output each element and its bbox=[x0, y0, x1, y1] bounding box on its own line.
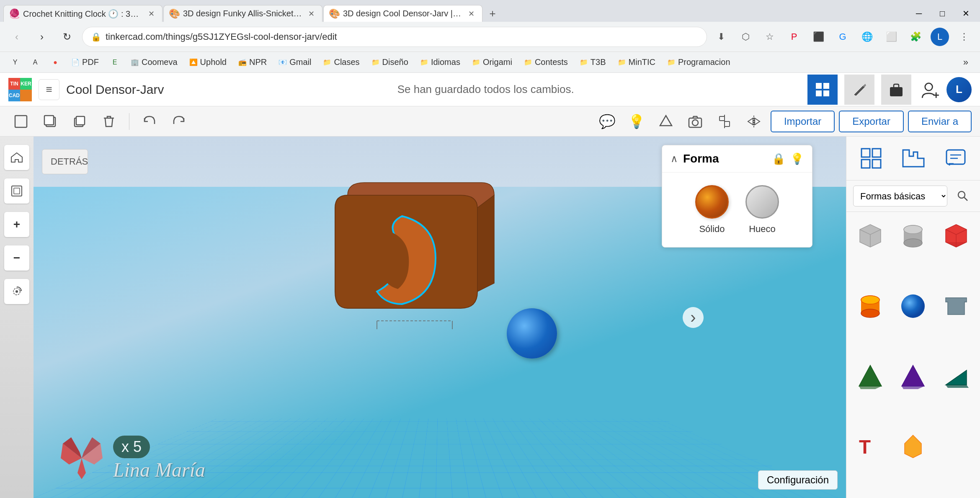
align-icon bbox=[717, 114, 732, 129]
profile-circle-icon[interactable]: L bbox=[931, 28, 949, 46]
bookmark-t3b[interactable]: 📁T3B bbox=[575, 55, 611, 70]
canvas-area[interactable]: DETRÁS bbox=[34, 137, 846, 498]
bookmark-idiomas[interactable]: 📁Idiomas bbox=[415, 55, 465, 70]
rotate-view-button[interactable] bbox=[4, 279, 29, 304]
tab-2[interactable]: 🎨 3D design Funky Allis-Snicket | Ti... … bbox=[163, 5, 322, 22]
duplicate-button[interactable] bbox=[67, 109, 92, 134]
bookmark-gmail[interactable]: 📧Gmail bbox=[273, 55, 316, 70]
gallery-view-button[interactable] bbox=[807, 75, 838, 105]
camera-button[interactable] bbox=[683, 109, 708, 134]
shape-green-pyramid[interactable] bbox=[851, 358, 889, 395]
home-view-button[interactable] bbox=[4, 145, 29, 170]
canvas-expand-button[interactable]: › bbox=[683, 307, 704, 328]
zoom-in-button[interactable]: + bbox=[4, 212, 29, 237]
shape-gray-cylinder[interactable] bbox=[894, 217, 932, 255]
url-bar[interactable]: 🔒 tinkercad.com/things/g5SJ1ZYEGsl-cool-… bbox=[82, 27, 707, 47]
bookmark-npr[interactable]: 📻NPR bbox=[233, 55, 272, 70]
undo-button[interactable] bbox=[137, 109, 162, 134]
ext2-icon[interactable]: G bbox=[833, 28, 852, 46]
bookmark-clases[interactable]: 📁Clases bbox=[318, 55, 364, 70]
new-design-button[interactable] bbox=[8, 109, 34, 134]
bookmark-contests[interactable]: 📁Contests bbox=[519, 55, 573, 70]
delete-button[interactable] bbox=[96, 109, 121, 134]
bookmark-origami[interactable]: 📁Origami bbox=[467, 55, 517, 70]
tab-1-close[interactable]: ✕ bbox=[146, 9, 156, 19]
forma-lock-button[interactable]: 🔒 bbox=[772, 152, 785, 165]
ruler-view-button[interactable] bbox=[898, 143, 928, 173]
download-icon[interactable]: ⬇ bbox=[712, 28, 730, 46]
puzzle-icon[interactable]: 🧩 bbox=[906, 28, 925, 46]
shape-blue-sphere-item[interactable] bbox=[894, 287, 932, 325]
hamburger-menu[interactable]: ≡ bbox=[39, 79, 59, 100]
shape-outline-button[interactable] bbox=[653, 109, 678, 134]
redo-button[interactable] bbox=[166, 109, 191, 134]
shape-red-text[interactable]: T bbox=[851, 428, 889, 465]
bookmark-uphold[interactable]: 🔼Uphold bbox=[184, 55, 232, 70]
comment-view-button[interactable] bbox=[941, 143, 971, 173]
refresh-button[interactable]: ↻ bbox=[57, 27, 77, 47]
star-icon[interactable]: ☆ bbox=[761, 28, 779, 46]
align-button[interactable] bbox=[712, 109, 737, 134]
pinterest-icon[interactable]: P bbox=[785, 28, 803, 46]
zoom-out-button[interactable]: − bbox=[4, 245, 29, 271]
tinkercad-logo[interactable]: TIN KER CAD bbox=[8, 78, 32, 101]
fit-view-button[interactable] bbox=[4, 178, 29, 204]
mirror-button[interactable] bbox=[741, 109, 766, 134]
maximize-button[interactable]: □ bbox=[931, 5, 953, 22]
bookmark-pdf[interactable]: 📄PDF bbox=[66, 55, 104, 70]
forward-button[interactable]: › bbox=[32, 27, 52, 47]
bookmark-a[interactable]: A bbox=[26, 56, 44, 69]
bookmark-e[interactable]: E bbox=[106, 56, 124, 69]
tab-2-close[interactable]: ✕ bbox=[306, 9, 316, 19]
import-button[interactable]: Importar bbox=[771, 111, 835, 132]
bookmarks-more[interactable]: » bbox=[957, 54, 974, 70]
shape-orange-cylinder[interactable] bbox=[851, 287, 889, 325]
cast-icon[interactable]: ⬡ bbox=[736, 28, 755, 46]
bookmark-y[interactable]: Y bbox=[6, 56, 24, 69]
send-to-button[interactable]: Enviar a bbox=[908, 111, 972, 132]
new-tab-button[interactable]: + bbox=[483, 5, 502, 22]
light-button[interactable]: 💡 bbox=[624, 109, 649, 134]
shape-gray-box[interactable] bbox=[851, 217, 889, 255]
bookmark-mintic[interactable]: 📁MinTIC bbox=[613, 55, 660, 70]
menu-icon[interactable]: ⋮ bbox=[955, 28, 973, 46]
minimize-button[interactable]: ─ bbox=[908, 5, 930, 22]
bookmark-a-icon: A bbox=[31, 58, 39, 67]
pickaxe-button[interactable] bbox=[844, 75, 874, 105]
forma-light-button[interactable]: 💡 bbox=[790, 152, 804, 165]
comment-button[interactable]: 💬 bbox=[595, 109, 620, 134]
tab-3[interactable]: 🎨 3D design Cool Densor-Jarv | Tin... ✕ bbox=[323, 5, 482, 22]
ext1-icon[interactable]: ⬛ bbox=[809, 28, 828, 46]
shape-purple-pyramid[interactable] bbox=[894, 358, 932, 395]
briefcase-button[interactable] bbox=[881, 75, 911, 105]
configuracion-button[interactable]: Configuración bbox=[758, 470, 838, 490]
solid-option[interactable]: Sólido bbox=[695, 185, 729, 235]
design-title[interactable]: Cool Densor-Jarv bbox=[66, 83, 164, 97]
user-avatar[interactable]: L bbox=[946, 77, 972, 102]
add-user-button[interactable] bbox=[918, 77, 943, 102]
shapes-category-select[interactable]: Formas básicas bbox=[853, 186, 947, 206]
search-button[interactable] bbox=[952, 186, 973, 206]
shape-text-item[interactable] bbox=[937, 287, 975, 325]
tab-3-close[interactable]: ✕ bbox=[466, 9, 476, 19]
copy-button[interactable] bbox=[38, 109, 63, 134]
grid-view-button[interactable] bbox=[856, 143, 886, 173]
close-button[interactable]: ✕ bbox=[955, 5, 977, 22]
bookmark-diseno[interactable]: 📁Diseño bbox=[366, 55, 413, 70]
bookmark-programacion[interactable]: 📁Programacion bbox=[662, 55, 735, 70]
shape-red-cube[interactable] bbox=[937, 217, 975, 255]
bookmark-coomeva[interactable]: 🏢Coomeva bbox=[126, 55, 183, 70]
ext4-icon[interactable]: ⬜ bbox=[882, 28, 900, 46]
svg-rect-19 bbox=[12, 186, 22, 196]
bookmark-gmail-dot[interactable]: ● bbox=[46, 56, 64, 69]
shape-teal-wedge[interactable] bbox=[937, 358, 975, 395]
back-button[interactable]: ‹ bbox=[7, 27, 27, 47]
forma-collapse-button[interactable]: ∧ bbox=[671, 153, 678, 165]
export-button[interactable]: Exportar bbox=[839, 111, 904, 132]
tab-1[interactable]: 🧶 Crochet Knitting Clock 🕐 : 33 St ✕ bbox=[3, 5, 162, 22]
tab-1-favicon: 🧶 bbox=[10, 9, 19, 18]
hollow-option[interactable]: Hueco bbox=[745, 185, 779, 235]
ext3-icon[interactable]: 🌐 bbox=[858, 28, 876, 46]
shape-yellow[interactable] bbox=[894, 428, 932, 465]
right-sidebar: Formas básicas bbox=[846, 137, 980, 498]
